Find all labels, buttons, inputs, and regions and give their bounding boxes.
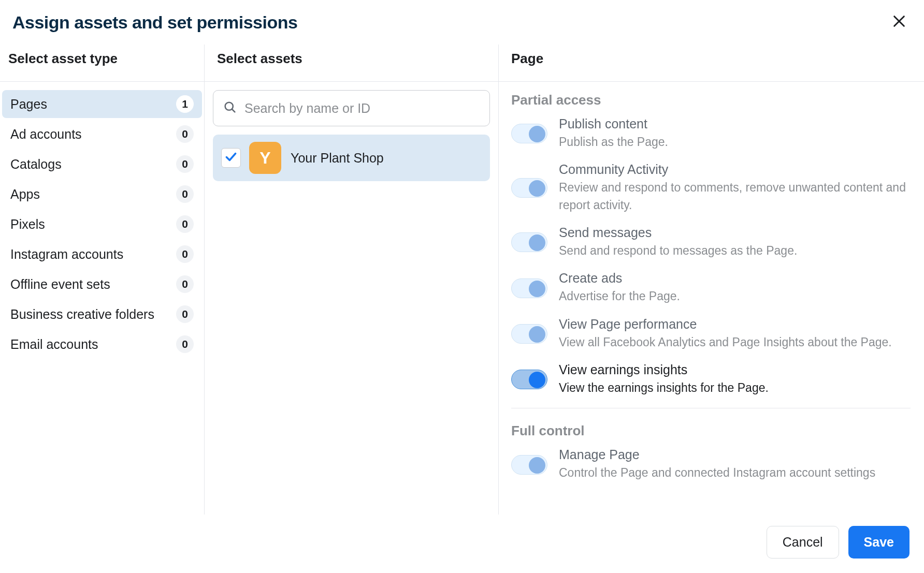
search-icon <box>223 100 237 116</box>
asset-type-business-creative-folders[interactable]: Business creative folders 0 <box>2 300 202 328</box>
asset-avatar: Y <box>249 142 281 174</box>
asset-type-label: Offline event sets <box>10 277 176 292</box>
cancel-button[interactable]: Cancel <box>767 526 839 559</box>
toggle-publish-content[interactable] <box>511 124 547 143</box>
asset-type-count: 0 <box>176 125 194 143</box>
svg-line-3 <box>232 109 235 112</box>
perm-title: Send messages <box>559 225 911 240</box>
columns-header: Select asset type Select assets Page <box>0 45 924 82</box>
modal-footer: Cancel Save <box>0 515 924 573</box>
asset-type-label: Business creative folders <box>10 307 176 322</box>
perm-title: Create ads <box>559 271 911 286</box>
perm-title: Manage Page <box>559 447 911 462</box>
asset-item-your-plant-shop[interactable]: Y Your Plant Shop <box>213 135 490 181</box>
save-button[interactable]: Save <box>848 526 909 559</box>
asset-type-count: 0 <box>176 305 194 323</box>
toggle-send-messages[interactable] <box>511 232 547 252</box>
assets-column-header: Select assets <box>205 45 499 81</box>
toggle-view-earnings-insights[interactable] <box>511 370 547 389</box>
asset-checkbox[interactable] <box>221 148 241 168</box>
asset-type-count: 0 <box>176 245 194 263</box>
perm-desc: Control the Page and connected Instagram… <box>559 464 911 481</box>
perm-send-messages: Send messages Send and respond to messag… <box>511 225 911 259</box>
page-column-header: Page <box>499 45 924 81</box>
asset-type-pixels[interactable]: Pixels 0 <box>2 210 202 238</box>
divider <box>511 408 911 408</box>
perm-publish-content: Publish content Publish as the Page. <box>511 116 911 151</box>
perm-title: View earnings insights <box>559 362 911 377</box>
search-input[interactable] <box>244 101 480 116</box>
asset-type-offline-event-sets[interactable]: Offline event sets 0 <box>2 270 202 298</box>
asset-type-label: Pixels <box>10 217 176 232</box>
toggle-manage-page[interactable] <box>511 455 547 475</box>
close-icon <box>892 12 906 32</box>
perm-create-ads: Create ads Advertise for the Page. <box>511 271 911 305</box>
perm-title: Community Activity <box>559 162 911 177</box>
perm-view-earnings-insights: View earnings insights View the earnings… <box>511 362 911 396</box>
asset-type-count: 1 <box>176 95 194 113</box>
asset-type-label: Pages <box>10 97 176 112</box>
asset-type-ad-accounts[interactable]: Ad accounts 0 <box>2 120 202 148</box>
perm-desc: Send and respond to messages as the Page… <box>559 242 911 259</box>
asset-type-instagram-accounts[interactable]: Instagram accounts 0 <box>2 240 202 268</box>
asset-type-label: Instagram accounts <box>10 247 176 262</box>
asset-name: Your Plant Shop <box>291 151 384 166</box>
perm-desc: Advertise for the Page. <box>559 288 911 305</box>
asset-type-column-header: Select asset type <box>0 45 205 81</box>
asset-type-email-accounts[interactable]: Email accounts 0 <box>2 330 202 358</box>
modal-header: Assign assets and set permissions <box>0 0 924 45</box>
perm-desc: Review and respond to comments, remove u… <box>559 179 911 214</box>
close-button[interactable] <box>888 11 911 33</box>
search-field[interactable] <box>213 90 490 126</box>
columns-body: Pages 1 Ad accounts 0 Catalogs 0 Apps 0 … <box>0 82 924 515</box>
permissions-column[interactable]: Partial access Publish content Publish a… <box>499 82 924 515</box>
perm-title: View Page performance <box>559 317 911 332</box>
assets-column: Y Your Plant Shop <box>205 82 499 515</box>
perm-desc: View all Facebook Analytics and Page Ins… <box>559 334 911 351</box>
perm-view-page-performance: View Page performance View all Facebook … <box>511 317 911 351</box>
asset-type-count: 0 <box>176 155 194 173</box>
full-control-heading: Full control <box>511 423 911 439</box>
asset-type-pages[interactable]: Pages 1 <box>2 90 202 118</box>
perm-desc: View the earnings insights for the Page. <box>559 379 911 396</box>
asset-type-label: Email accounts <box>10 337 176 352</box>
asset-type-list: Pages 1 Ad accounts 0 Catalogs 0 Apps 0 … <box>0 82 205 515</box>
modal-title: Assign assets and set permissions <box>12 12 297 33</box>
asset-type-count: 0 <box>176 335 194 353</box>
assign-assets-modal: Assign assets and set permissions Select… <box>0 0 924 573</box>
asset-type-count: 0 <box>176 185 194 203</box>
toggle-view-page-performance[interactable] <box>511 324 547 344</box>
asset-type-label: Apps <box>10 187 176 202</box>
perm-community-activity: Community Activity Review and respond to… <box>511 162 911 214</box>
toggle-create-ads[interactable] <box>511 278 547 298</box>
asset-type-count: 0 <box>176 215 194 233</box>
perm-manage-page: Manage Page Control the Page and connect… <box>511 447 911 481</box>
perm-desc: Publish as the Page. <box>559 134 911 151</box>
perm-title: Publish content <box>559 116 911 131</box>
asset-type-label: Ad accounts <box>10 127 176 142</box>
partial-access-heading: Partial access <box>511 92 911 108</box>
asset-type-label: Catalogs <box>10 157 176 172</box>
asset-type-count: 0 <box>176 275 194 293</box>
toggle-community-activity[interactable] <box>511 178 547 198</box>
asset-type-catalogs[interactable]: Catalogs 0 <box>2 150 202 178</box>
asset-type-apps[interactable]: Apps 0 <box>2 180 202 208</box>
check-icon <box>224 150 238 166</box>
